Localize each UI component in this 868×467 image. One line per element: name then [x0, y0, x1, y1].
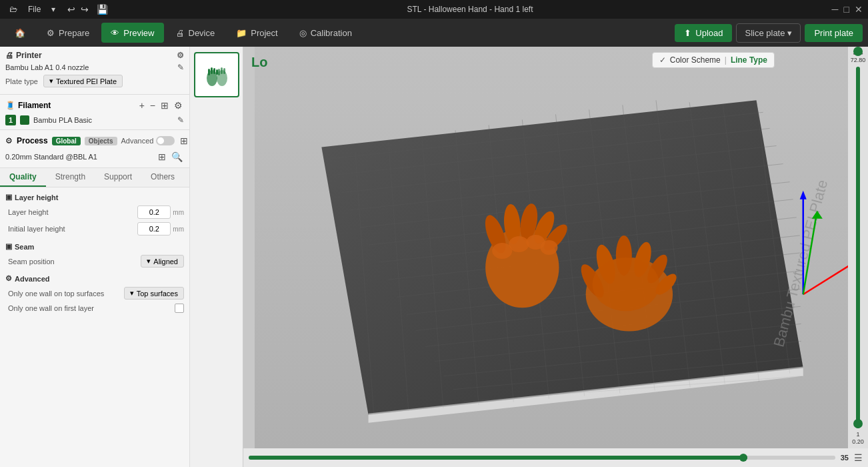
upload-label: Upload: [695, 28, 723, 38]
calibration-label: Calibration: [311, 28, 352, 38]
svg-rect-3: [213, 68, 215, 74]
progress-value: 35: [841, 454, 849, 462]
seam-dropdown-arrow: ▾: [147, 257, 151, 266]
tab-strength[interactable]: Strength: [46, 168, 95, 187]
svg-rect-2: [211, 67, 213, 74]
undo-btn[interactable]: ↩: [67, 4, 75, 15]
plate-type-value: Textured PEI Plate: [56, 77, 117, 85]
file-label[interactable]: File: [24, 3, 45, 15]
advanced-toggle[interactable]: [156, 136, 175, 145]
line-type-label[interactable]: Line Type: [731, 55, 767, 65]
profile-row[interactable]: 0.20mm Standard @BBL A1 ⊞ 🔍: [5, 150, 184, 163]
minimize-btn[interactable]: ─: [832, 4, 839, 15]
thumbnail-svg: [200, 58, 233, 91]
checkmark-icon: ✓: [659, 55, 666, 65]
initial-layer-height-label: Initial layer height: [8, 225, 137, 233]
nav-preview-btn[interactable]: 👁 Preview: [101, 23, 163, 43]
nav-prepare-btn[interactable]: ⚙ Prepare: [37, 23, 99, 43]
filament-header: 🧵 Filament + − ⊞ ⚙: [5, 99, 184, 112]
maximize-btn[interactable]: □: [844, 4, 849, 15]
filament-icons: + − ⊞ ⚙: [138, 99, 184, 112]
window-controls[interactable]: ─ □ ✕: [832, 4, 863, 15]
window-title: STL - Halloween Hand - Hand 1 left: [108, 5, 831, 14]
process-right: Advanced ⊞ ⚙: [121, 134, 190, 147]
tab-quality[interactable]: Quality: [0, 168, 46, 187]
initial-layer-height-input-wrap: mm: [137, 222, 184, 236]
profile-search-icon[interactable]: 🔍: [170, 150, 184, 163]
nav-calibration-btn[interactable]: ◎ Calibration: [290, 23, 361, 43]
printer-edit-icon[interactable]: ✎: [177, 63, 184, 72]
profile-copy-icon[interactable]: ⊞: [157, 150, 167, 163]
layer-height-group-icon: ▣: [5, 193, 12, 201]
process-section: ⚙ Process Global Objects Advanced ⊞ ⚙ 0.…: [0, 130, 189, 168]
top-surfaces-dropdown[interactable]: ▾ Top surfaces: [124, 287, 184, 300]
slice-chevron: ▾: [787, 28, 792, 38]
progress-thumb[interactable]: [739, 454, 747, 462]
print-btn[interactable]: Print plate: [805, 24, 863, 42]
svg-rect-8: [223, 68, 225, 74]
slider-top-thumb[interactable]: [853, 47, 863, 56]
filament-icon: 🧵: [5, 101, 15, 110]
printer-settings-icon[interactable]: ⚙: [177, 51, 184, 60]
color-scheme-bar: ✓ Color Scheme | Line Type: [652, 52, 775, 68]
nav-right-controls: ⬆ Upload Slice plate ▾ Print plate: [675, 23, 863, 43]
process-icon: ⚙: [5, 136, 13, 145]
layer-height-input[interactable]: [137, 205, 171, 219]
settings-content: ▣ Layer height Layer height mm Initial l…: [0, 187, 189, 325]
seam-group-label: ▣ Seam: [5, 242, 184, 251]
slider-bottom-thumb[interactable]: [853, 419, 863, 428]
quality-tabs: Quality Strength Support Others: [0, 168, 189, 187]
filament-settings-btn[interactable]: ⚙: [173, 99, 184, 112]
nav-device-btn[interactable]: 🖨 Device: [167, 23, 225, 43]
prepare-label: Prepare: [59, 28, 89, 38]
seam-group: ▣ Seam Seam position ▾ Aligned: [5, 242, 184, 268]
svg-point-50: [540, 240, 557, 255]
tab-others[interactable]: Others: [141, 168, 184, 187]
color-scheme-label[interactable]: Color Scheme: [670, 55, 721, 65]
filament-add-btn[interactable]: +: [138, 99, 146, 112]
file-menu[interactable]: 🗁: [5, 3, 21, 15]
nav-project-btn[interactable]: 📁 Project: [227, 23, 287, 43]
tab-support[interactable]: Support: [95, 168, 141, 187]
filament-color-swatch[interactable]: [20, 115, 29, 125]
thumbnail-strip: [190, 47, 243, 467]
initial-layer-height-input[interactable]: [137, 222, 171, 236]
plate-type-dropdown[interactable]: ▾ Textured PEI Plate: [43, 75, 123, 87]
filament-row[interactable]: 1 Bambu PLA Basic ✎: [5, 115, 184, 125]
progress-track[interactable]: [249, 456, 835, 460]
close-btn[interactable]: ✕: [855, 4, 863, 15]
seam-position-label: Seam position: [8, 258, 141, 266]
slider-track[interactable]: [856, 67, 860, 429]
initial-layer-height-row: Initial layer height mm: [5, 222, 184, 236]
process-copy-btn[interactable]: ⊞: [179, 134, 189, 147]
menu-bar[interactable]: 🗁 File ▾ ↩ ↪ 💾: [5, 3, 108, 15]
badge-global[interactable]: Global: [52, 137, 81, 145]
file-chevron[interactable]: ▾: [47, 3, 59, 15]
project-icon: 📁: [236, 28, 247, 38]
filament-copy-btn[interactable]: ⊞: [159, 99, 170, 112]
filament-section: 🧵 Filament + − ⊞ ⚙ 1 Bambu PLA Basic ✎: [0, 95, 189, 130]
filament-number: 1: [5, 115, 16, 125]
upload-btn[interactable]: ⬆ Upload: [675, 24, 732, 42]
filament-remove-btn[interactable]: −: [149, 99, 157, 112]
plate-type-row[interactable]: Plate type ▾ Textured PEI Plate: [5, 75, 184, 87]
svg-rect-6: [218, 69, 220, 75]
left-panel: 🖨 Printer ⚙ Bambu Lab A1 0.4 nozzle ✎ Pl…: [0, 47, 190, 467]
layer-height-group: ▣ Layer height Layer height mm Initial l…: [5, 193, 184, 236]
filament-name-label: Bambu PLA Basic: [33, 116, 173, 124]
slice-btn[interactable]: Slice plate ▾: [736, 23, 801, 43]
thumbnail-item[interactable]: [194, 52, 239, 97]
one-wall-first-checkbox[interactable]: [175, 304, 184, 313]
svg-rect-7: [221, 67, 223, 74]
filament-edit-icon[interactable]: ✎: [177, 115, 184, 125]
badge-objects[interactable]: Objects: [85, 137, 117, 145]
plate-type-arrow: ▾: [49, 77, 53, 85]
layers-icon[interactable]: ☰: [854, 452, 863, 463]
svg-rect-1: [208, 69, 210, 75]
save-btn[interactable]: 💾: [97, 4, 108, 15]
advanced-group: ⚙ Advanced Only one wall on top surfaces…: [5, 274, 184, 313]
redo-btn[interactable]: ↪: [81, 4, 89, 15]
slice-label: Slice plate: [745, 28, 785, 38]
nav-home-btn[interactable]: 🏠: [5, 23, 35, 43]
seam-position-dropdown[interactable]: ▾ Aligned: [141, 255, 184, 268]
